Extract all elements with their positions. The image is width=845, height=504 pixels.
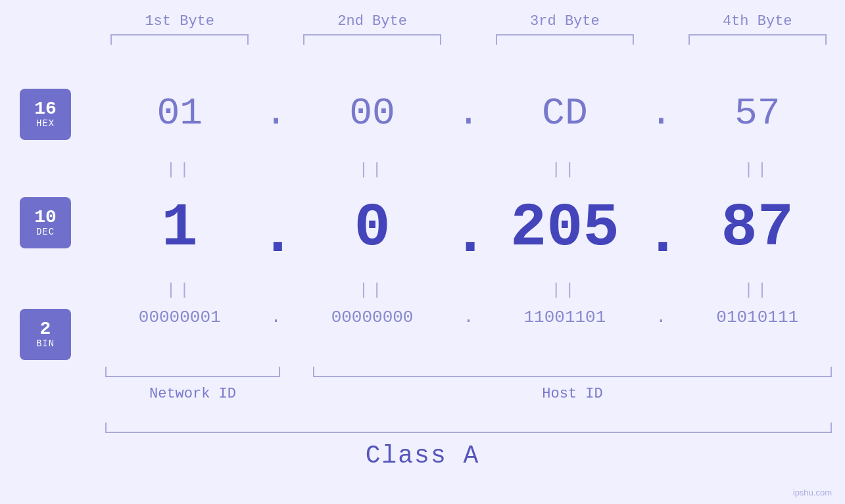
eq-1: || — [110, 161, 249, 179]
bracket-top-4 — [688, 34, 827, 45]
bin-val-4: 01010111 — [688, 308, 827, 327]
dec-val-4: 87 — [688, 194, 827, 263]
eq-4: || — [688, 161, 827, 179]
bin-val-3: 11001101 — [496, 308, 634, 327]
dec-val-1: 1 — [110, 194, 249, 263]
equals-dec-bin: || || || || — [105, 281, 832, 299]
dec-dot-3: . — [644, 187, 677, 269]
badge-dec-label: DEC — [36, 227, 55, 237]
bin-dot-1: . — [260, 308, 293, 327]
network-id-label: Network ID — [105, 386, 280, 402]
byte-header-3: 3rd Byte — [496, 13, 634, 30]
hex-val-3: CD — [496, 92, 634, 135]
dec-row: 1 . 0 . 205 . 87 — [105, 187, 832, 269]
hex-dot-3: . — [644, 92, 677, 135]
eq2-2: || — [303, 281, 441, 299]
bracket-top-2 — [303, 34, 441, 45]
bin-val-1: 00000001 — [110, 308, 249, 327]
hex-row: 01 . 00 . CD . 57 — [105, 92, 832, 135]
bin-row: 00000001 . 00000000 . 11001101 . 0101011… — [105, 308, 832, 327]
main-container: 1st Byte 2nd Byte 3rd Byte 4th Byte 16 H… — [0, 0, 845, 504]
dec-val-2: 0 — [303, 194, 441, 263]
equals-hex-dec: || || || || — [105, 161, 832, 179]
bracket-top-1 — [110, 34, 249, 45]
hex-val-1: 01 — [110, 92, 249, 135]
byte-header-4: 4th Byte — [688, 13, 827, 30]
byte-headers-row: 1st Byte 2nd Byte 3rd Byte 4th Byte — [105, 13, 832, 30]
eq-3: || — [496, 161, 634, 179]
dec-dot-2: . — [452, 187, 485, 269]
byte-header-1: 1st Byte — [110, 13, 249, 30]
class-a-label: Class A — [0, 442, 845, 470]
hex-val-2: 00 — [303, 92, 441, 135]
hex-val-4: 57 — [688, 92, 827, 135]
badge-bin: 2 BIN — [20, 309, 71, 360]
badge-hex-number: 16 — [34, 100, 57, 118]
hex-dot-2: . — [452, 92, 485, 135]
top-brackets — [105, 34, 832, 45]
network-id-bracket — [105, 367, 280, 377]
badge-bin-number: 2 — [40, 320, 51, 338]
badge-hex-label: HEX — [36, 118, 55, 129]
eq-2: || — [303, 161, 441, 179]
host-id-label: Host ID — [313, 386, 832, 402]
bin-dot-3: . — [644, 308, 677, 327]
bin-val-2: 00000000 — [303, 308, 441, 327]
host-id-bracket — [313, 367, 832, 377]
watermark: ipshu.com — [793, 488, 832, 497]
byte-header-2: 2nd Byte — [303, 13, 441, 30]
eq2-1: || — [110, 281, 249, 299]
bracket-top-3 — [496, 34, 634, 45]
class-a-bracket — [105, 423, 832, 433]
badge-dec-number: 10 — [34, 208, 57, 227]
badge-bin-label: BIN — [36, 338, 55, 349]
hex-dot-1: . — [260, 92, 293, 135]
eq2-3: || — [496, 281, 634, 299]
dec-val-3: 205 — [496, 194, 634, 263]
eq2-4: || — [688, 281, 827, 299]
badge-hex: 16 HEX — [20, 89, 71, 140]
dec-dot-1: . — [260, 187, 293, 269]
badge-dec: 10 DEC — [20, 197, 71, 248]
bin-dot-2: . — [452, 308, 485, 327]
